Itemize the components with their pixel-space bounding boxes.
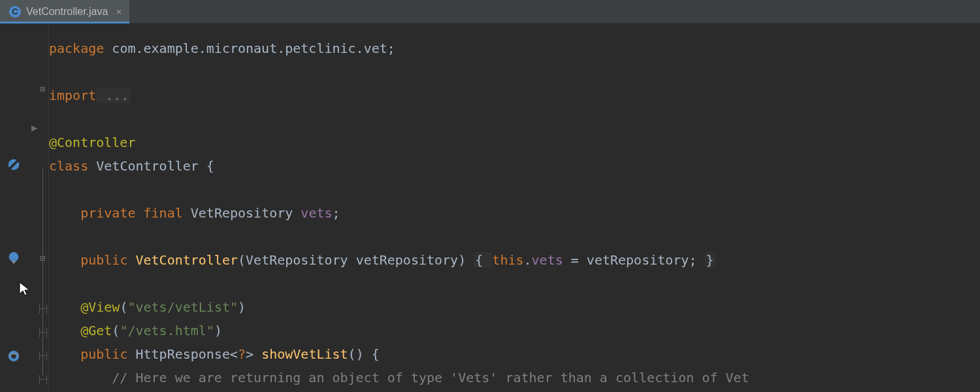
method-signature-rest: () { bbox=[348, 346, 380, 362]
paren: ) bbox=[458, 252, 474, 268]
keyword-public: public bbox=[80, 252, 127, 268]
param-name: vetRepository bbox=[356, 252, 459, 268]
gutter-endpoint-icon[interactable] bbox=[7, 349, 21, 363]
annotation-get: @Get bbox=[80, 323, 112, 338]
paren: ( bbox=[120, 299, 127, 315]
method-separator-icon bbox=[39, 375, 47, 384]
code-area[interactable]: package com.example.micronaut.petclinic.… bbox=[49, 24, 749, 392]
folded-imports[interactable]: ... bbox=[96, 88, 130, 103]
brace: } bbox=[705, 252, 715, 268]
indent bbox=[49, 299, 80, 315]
constructor-name: VetController bbox=[127, 252, 238, 268]
class-name: VetController bbox=[88, 158, 206, 174]
string-literal: "/vets.html" bbox=[120, 323, 214, 338]
indent bbox=[49, 252, 80, 268]
annotation-view: @View bbox=[80, 299, 120, 315]
type-ref: VetRepository bbox=[183, 205, 301, 221]
editor-tabbar: C VetController.java × bbox=[0, 0, 980, 24]
method-name: showVetList bbox=[261, 346, 348, 362]
code-line: package com.example.micronaut.petclinic.… bbox=[49, 41, 395, 56]
param-type: VetRepository bbox=[246, 252, 356, 268]
keyword-final: final bbox=[135, 205, 182, 221]
fold-guide-line bbox=[42, 167, 43, 376]
annotation-controller: @Controller bbox=[49, 135, 135, 150]
fold-toggle-icon[interactable]: ⊞ bbox=[39, 85, 46, 93]
keyword-this: this bbox=[492, 252, 523, 268]
code-line: @Controller bbox=[49, 135, 135, 150]
method-separator-icon bbox=[39, 328, 47, 337]
close-tab-icon[interactable]: × bbox=[113, 6, 122, 17]
method-separator-icon bbox=[39, 351, 47, 361]
comment: // Here we are returning an object of ty… bbox=[112, 370, 749, 385]
code-line: private final VetRepository vets; bbox=[49, 205, 340, 221]
punct: ; bbox=[387, 41, 395, 56]
editor-tab-vetcontroller[interactable]: C VetController.java × bbox=[0, 0, 129, 23]
code-line: import ... bbox=[49, 88, 130, 103]
class-file-icon: C bbox=[9, 6, 21, 18]
gutter-autowired-icon[interactable] bbox=[7, 251, 21, 265]
code-editor[interactable]: ⊞ ▶ ⊞ package com.example.micronaut.petc… bbox=[0, 24, 980, 392]
method-separator-icon bbox=[39, 304, 47, 314]
paren: ( bbox=[238, 252, 246, 268]
indent bbox=[49, 323, 80, 338]
field-ref: vets bbox=[532, 252, 563, 268]
editor-gutter[interactable]: ⊞ ▶ ⊞ bbox=[0, 24, 49, 392]
brace: { bbox=[474, 252, 492, 268]
keyword-import: import bbox=[49, 88, 96, 103]
assign-expr: = vetRepository; bbox=[563, 252, 705, 268]
tab-filename: VetController.java bbox=[26, 6, 108, 18]
package-name: com.example.micronaut.petclinic.vet bbox=[104, 41, 387, 56]
keyword-package: package bbox=[49, 41, 104, 56]
code-line: @Get("/vets.html") bbox=[49, 323, 222, 338]
indent bbox=[49, 346, 80, 362]
wildcard: ? bbox=[238, 346, 246, 362]
indent bbox=[49, 205, 80, 221]
brace: { bbox=[206, 158, 214, 174]
code-line: @View("vets/vetList") bbox=[49, 299, 246, 315]
keyword-class: class bbox=[49, 158, 88, 174]
indent bbox=[49, 370, 112, 385]
string-literal: "vets/vetList" bbox=[127, 299, 238, 315]
paren: ) bbox=[214, 323, 222, 338]
gutter-bean-icon[interactable] bbox=[7, 157, 21, 172]
code-line: class VetController { bbox=[49, 158, 214, 174]
code-line: public VetController(VetRepository vetRe… bbox=[49, 252, 715, 268]
run-gutter-icon[interactable]: ▶ bbox=[31, 122, 38, 134]
paren: ( bbox=[112, 323, 120, 338]
code-line: // Here we are returning an object of ty… bbox=[49, 370, 749, 385]
dot: . bbox=[524, 252, 532, 268]
keyword-public: public bbox=[80, 346, 127, 362]
return-type: HttpResponse< bbox=[127, 346, 238, 362]
return-type: > bbox=[246, 346, 261, 362]
punct: ; bbox=[333, 205, 340, 221]
code-line: public HttpResponse<?> showVetList() { bbox=[49, 346, 380, 362]
svg-point-2 bbox=[9, 252, 19, 262]
field-name: vets bbox=[301, 205, 332, 221]
paren: ) bbox=[238, 299, 246, 315]
keyword-private: private bbox=[80, 205, 135, 221]
